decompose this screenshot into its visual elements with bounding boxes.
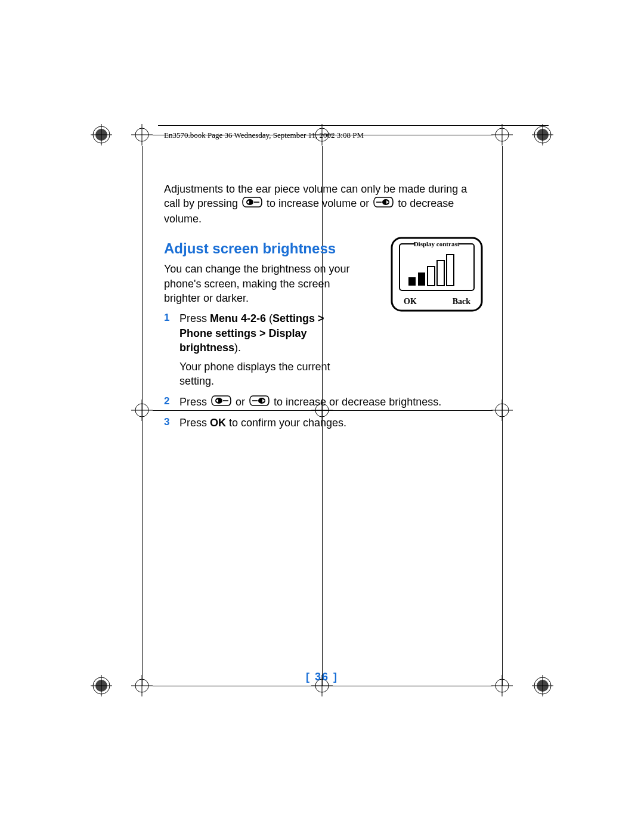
volume-paragraph: Adjustments to the ear piece volume can … bbox=[164, 182, 483, 226]
regmark-icon bbox=[532, 124, 553, 145]
phone-ok-label: OK bbox=[404, 297, 417, 306]
step-1: 1 Press Menu 4-2-6 (Settings > Phone set… bbox=[164, 311, 483, 388]
svg-rect-50 bbox=[408, 277, 416, 286]
step-number: 1 bbox=[164, 311, 179, 325]
text: Press bbox=[179, 417, 210, 429]
svg-point-1 bbox=[95, 129, 107, 141]
text: Your phone displays the current setting. bbox=[179, 361, 330, 387]
text: ). bbox=[234, 342, 241, 354]
svg-point-4 bbox=[135, 128, 148, 141]
phone-back-label: Back bbox=[453, 297, 471, 306]
manual-page: En3570.book Page 36 Wednesday, September… bbox=[0, 0, 644, 833]
crop-line bbox=[502, 146, 503, 686]
regmark-icon bbox=[91, 124, 112, 145]
text: Press bbox=[179, 312, 210, 324]
text-bold: OK bbox=[210, 417, 226, 429]
text: to increase or decrease brightness. bbox=[274, 396, 441, 408]
crosshair-icon bbox=[131, 124, 153, 145]
intro-paragraph: You can change the brightness on your ph… bbox=[164, 262, 361, 305]
scroll-up-key-icon bbox=[242, 197, 262, 211]
text-bold: Menu 4-2-6 bbox=[210, 312, 266, 324]
svg-point-14 bbox=[537, 129, 549, 141]
svg-point-0 bbox=[93, 126, 110, 143]
text: ( bbox=[266, 312, 273, 324]
page-number: [ 36 ] bbox=[0, 670, 644, 684]
crosshair-icon bbox=[131, 400, 153, 421]
crop-line bbox=[142, 146, 143, 686]
text: to increase volume or bbox=[267, 197, 372, 209]
crosshair-icon bbox=[491, 124, 513, 145]
text: to confirm your changes. bbox=[226, 417, 346, 429]
svg-rect-51 bbox=[418, 272, 425, 286]
scroll-down-key-icon bbox=[249, 395, 270, 410]
svg-point-17 bbox=[135, 404, 148, 417]
crop-line bbox=[153, 686, 493, 686]
text: or bbox=[236, 396, 248, 408]
svg-point-13 bbox=[534, 126, 551, 143]
step-3: 3 Press OK to confirm your changes. bbox=[164, 416, 483, 430]
crosshair-icon bbox=[491, 400, 513, 421]
scroll-down-key-icon bbox=[373, 197, 394, 211]
step-number: 3 bbox=[164, 416, 179, 429]
phone-screen-figure: Display contrast OK Back bbox=[391, 236, 483, 313]
page-content: Adjustments to the ear piece volume can … bbox=[164, 182, 483, 436]
phone-title: Display contrast bbox=[414, 240, 460, 247]
print-stamp: En3570.book Page 36 Wednesday, September… bbox=[164, 130, 364, 141]
svg-point-23 bbox=[496, 404, 509, 417]
steps-list: 1 Press Menu 4-2-6 (Settings > Phone set… bbox=[164, 311, 483, 430]
svg-point-10 bbox=[496, 128, 509, 141]
text: Press bbox=[179, 396, 210, 408]
scroll-up-key-icon bbox=[211, 395, 231, 410]
step-2: 2 Press or bbox=[164, 395, 483, 410]
step-number: 2 bbox=[164, 395, 179, 408]
header-rule bbox=[158, 125, 549, 126]
